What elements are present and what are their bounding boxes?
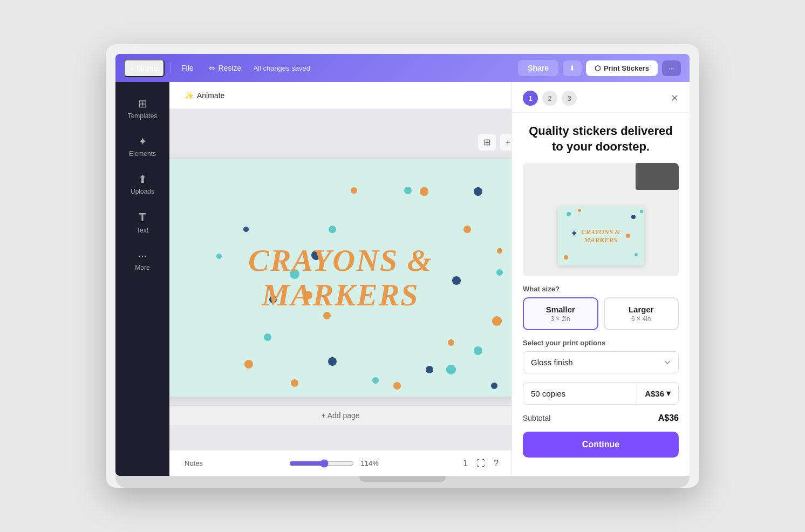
price-value: A$36 <box>645 389 664 398</box>
canvas-wrap: ⊞ + <box>169 109 511 450</box>
templates-icon: ⊞ <box>138 97 147 110</box>
bottom-icons: 1 ⛶ ? <box>461 456 501 470</box>
more-label: More <box>135 264 149 271</box>
panel-close-button[interactable]: ✕ <box>671 92 679 104</box>
download-button[interactable]: ⬇ <box>563 60 582 76</box>
svg-point-34 <box>635 253 638 256</box>
notes-button[interactable]: Notes <box>180 457 207 469</box>
laptop-base <box>115 476 690 488</box>
svg-point-30 <box>578 209 581 212</box>
animate-label: Animate <box>197 91 224 100</box>
size-section: What size? Smaller 3 × 2in Larger 6 × 4i… <box>523 285 679 330</box>
help-button[interactable]: ? <box>492 456 501 470</box>
size-option-smaller[interactable]: Smaller 3 × 2in <box>523 297 598 330</box>
chevron-left-icon: ‹ <box>131 64 133 73</box>
copies-price[interactable]: A$36 ▾ <box>637 383 678 404</box>
sidebar: ⊞ Templates ✦ Elements ⬆ Uploads T Text … <box>115 82 169 476</box>
uploads-label: Uploads <box>131 188 154 195</box>
design-text-line2: MARKERS <box>262 278 419 312</box>
bottom-bar: Notes 114% 1 ⛶ ? <box>169 450 511 476</box>
fullscreen-button[interactable]: ⛶ <box>474 456 487 470</box>
size-question-label: What size? <box>523 285 679 293</box>
finish-dropdown[interactable]: Gloss finish Matte finish <box>523 351 679 373</box>
topbar: ‹ Home File ⇔ Resize All changes saved S… <box>115 54 690 82</box>
elements-icon: ✦ <box>138 135 147 148</box>
sidebar-item-templates[interactable]: ⊞ Templates <box>121 91 164 126</box>
sparkle-icon: ✨ <box>185 91 194 100</box>
text-label: Text <box>137 227 148 234</box>
animate-button[interactable]: ✨ Animate <box>178 88 231 103</box>
svg-point-36 <box>626 234 630 238</box>
sidebar-item-more[interactable]: ··· More <box>121 243 164 278</box>
size-name-smaller: Smaller <box>530 305 591 314</box>
laptop-notch <box>359 476 446 482</box>
file-button[interactable]: File <box>176 60 199 76</box>
sidebar-item-uploads[interactable]: ⬆ Uploads <box>121 166 164 202</box>
resize-label: Resize <box>219 64 242 72</box>
page-number: 1 <box>463 459 468 468</box>
canvas-controls: ⊞ + <box>169 134 511 151</box>
copies-dropdown[interactable]: 50 copies 100 copies 200 copies <box>523 383 637 404</box>
resize-icon: ⇔ <box>209 64 215 72</box>
print-options-label: Select your print options <box>523 339 679 347</box>
resize-button[interactable]: ⇔ Resize <box>203 60 247 76</box>
sidebar-item-text[interactable]: T Text <box>121 204 164 241</box>
size-dims-larger: 6 × 4in <box>611 315 672 323</box>
main-layout: ⊞ Templates ✦ Elements ⬆ Uploads T Text … <box>115 82 690 476</box>
size-name-larger: Larger <box>611 305 672 314</box>
continue-button[interactable]: Continue <box>523 432 679 458</box>
svg-point-31 <box>631 215 636 219</box>
sidebar-item-elements[interactable]: ✦ Elements <box>121 128 164 164</box>
close-icon: ✕ <box>671 93 679 104</box>
add-page-label: + Add page <box>321 411 359 420</box>
zoom-slider[interactable] <box>289 459 354 468</box>
panel-header: 1 2 3 ✕ <box>512 82 690 113</box>
topbar-divider <box>170 63 170 73</box>
panel-steps: 1 2 3 <box>523 91 577 106</box>
step-3: 3 <box>562 91 577 106</box>
print-options-section: Select your print options Gloss finish M… <box>523 339 679 373</box>
share-button[interactable]: Share <box>518 60 558 76</box>
sticker-icon: ⬡ <box>595 64 601 72</box>
panel-title: Quality stickers delivered to your doors… <box>523 124 679 154</box>
svg-point-33 <box>564 255 568 260</box>
step-1: 1 <box>523 91 538 106</box>
print-label: Print Stickers <box>604 64 649 72</box>
text-icon: T <box>139 210 146 224</box>
more-icon: ··· <box>668 64 674 72</box>
add-element-button[interactable]: + <box>500 134 511 151</box>
preview-sticker: CRAYONS &MARKERS <box>558 206 644 265</box>
canvas-toolbar: ✨ Animate <box>169 82 511 109</box>
canvas-area: ✨ Animate ⊞ + <box>169 82 511 476</box>
svg-point-35 <box>572 231 576 235</box>
size-dims-smaller: 3 × 2in <box>530 315 591 323</box>
add-page-button[interactable]: + Add page <box>169 405 511 425</box>
copies-row: 50 copies 100 copies 200 copies A$36 ▾ <box>523 382 679 405</box>
grid-view-button[interactable]: ⊞ <box>478 134 496 151</box>
home-button[interactable]: ‹ Home <box>124 59 165 77</box>
print-stickers-button[interactable]: ⬡ Print Stickers <box>586 60 658 76</box>
size-option-larger[interactable]: Larger 6 × 4in <box>604 297 679 330</box>
file-label: File <box>181 64 194 72</box>
subtotal-value: A$36 <box>658 413 679 423</box>
zoom-percent: 114% <box>360 459 378 467</box>
canvas-design-text[interactable]: CRAYONS & MARKERS <box>169 159 511 397</box>
design-text-line1: CRAYONS & <box>248 243 433 278</box>
price-chevron: ▾ <box>666 388 671 398</box>
right-panel: 1 2 3 ✕ Quality stickers delivere <box>511 82 690 476</box>
home-label: Home <box>137 64 158 73</box>
panel-body: Quality stickers delivered to your doors… <box>512 113 690 468</box>
more-options-button[interactable]: ··· <box>662 60 681 76</box>
page-indicator-button[interactable]: 1 <box>461 456 470 470</box>
svg-point-32 <box>640 210 643 213</box>
elements-label: Elements <box>129 150 156 158</box>
share-label: Share <box>528 64 549 72</box>
continue-label: Continue <box>582 440 619 449</box>
svg-point-29 <box>567 212 571 216</box>
step-2: 2 <box>542 91 557 106</box>
download-icon: ⬇ <box>569 64 575 72</box>
size-options: Smaller 3 × 2in Larger 6 × 4in <box>523 297 679 330</box>
notes-label: Notes <box>185 459 203 467</box>
design-canvas[interactable]: CRAYONS & MARKERS <box>169 159 511 397</box>
subtotal-label: Subtotal <box>523 414 550 422</box>
